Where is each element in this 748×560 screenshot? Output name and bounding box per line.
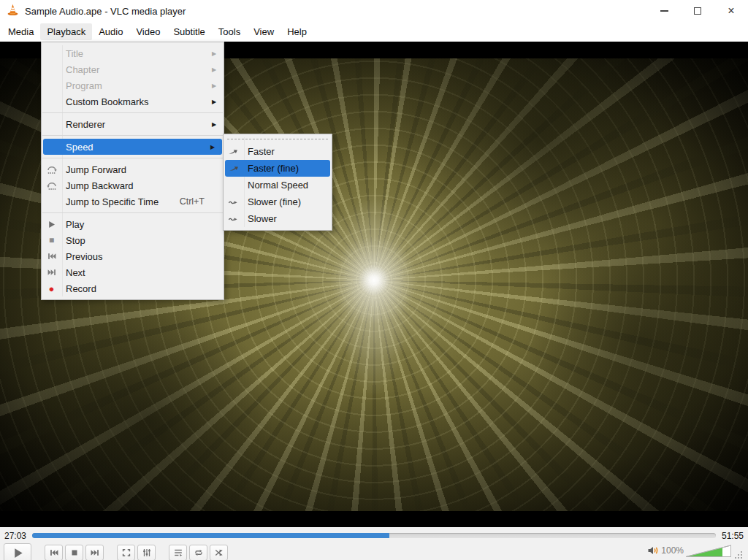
next-icon [90, 548, 100, 558]
jump-forward-icon [42, 164, 61, 175]
menuitem-program: Program ▶ [42, 77, 224, 93]
menu-media[interactable]: Media [1, 23, 40, 40]
play-icon [42, 220, 61, 229]
stop-icon [69, 548, 80, 558]
menuitem-jump-forward[interactable]: Jump Forward [42, 161, 224, 177]
shortcut-label: Ctrl+T [180, 196, 224, 207]
fullscreen-icon [121, 548, 131, 558]
menuitem-slower[interactable]: Slower [224, 210, 332, 227]
speaker-icon[interactable] [646, 545, 660, 559]
jump-backward-icon [42, 180, 61, 191]
resize-grip[interactable] [735, 549, 743, 560]
submenu-arrow-icon: ▶ [212, 50, 224, 57]
window-title: Sample Audio.ape - VLC media player [25, 6, 186, 17]
play-icon [12, 547, 24, 559]
previous-button[interactable] [45, 545, 63, 560]
menu-subtitle[interactable]: Subtitle [167, 23, 211, 40]
minimize-button[interactable] [647, 0, 681, 22]
shuffle-icon [214, 548, 224, 558]
submenu-arrow-icon: ▶ [212, 66, 224, 73]
menuitem-chapter: Chapter ▶ [42, 61, 224, 77]
menuitem-renderer[interactable]: Renderer ▶ [42, 116, 224, 132]
vlc-cone-icon [6, 3, 20, 20]
menuitem-slower-fine[interactable]: Slower (fine) [224, 193, 332, 210]
faster-icon [224, 146, 243, 157]
menuitem-next[interactable]: Next [42, 264, 224, 280]
minimize-icon [660, 10, 668, 12]
previous-icon [42, 251, 61, 261]
menuitem-faster[interactable]: Faster [224, 143, 332, 160]
random-button[interactable] [210, 545, 228, 560]
menu-view[interactable]: View [247, 23, 280, 40]
menuitem-jump-backward[interactable]: Jump Backward [42, 177, 224, 193]
vlc-window: Sample Audio.ape - VLC media player × Me… [0, 0, 748, 560]
menuitem-speed[interactable]: Speed ▶ [43, 139, 222, 155]
volume-slider[interactable] [685, 545, 732, 560]
tear-off-handle[interactable] [227, 139, 328, 139]
slower-icon [224, 213, 243, 224]
menu-separator [42, 112, 223, 113]
menu-separator [42, 158, 223, 158]
menuitem-normal-speed[interactable]: Normal Speed [224, 177, 332, 193]
loop-button[interactable] [189, 545, 207, 560]
record-icon: ● [42, 283, 61, 294]
submenu-arrow-icon: ▶ [210, 144, 222, 150]
playlist-button[interactable] [169, 545, 187, 560]
volume-percent-label: 100% [661, 545, 684, 556]
menuitem-previous[interactable]: Previous [42, 248, 224, 264]
menu-separator [42, 135, 223, 136]
equalizer-icon [142, 548, 152, 558]
menuitem-play[interactable]: Play [42, 216, 224, 232]
submenu-arrow-icon: ▶ [212, 83, 224, 89]
menu-help[interactable]: Help [280, 23, 313, 40]
next-icon [42, 267, 61, 277]
faster-icon [225, 163, 243, 174]
loop-icon [194, 548, 204, 558]
elapsed-time: 27:03 [4, 531, 26, 541]
menu-playback[interactable]: Playback [40, 23, 92, 40]
menuitem-faster-fine[interactable]: Faster (fine) [225, 160, 330, 177]
submenu-arrow-icon: ▶ [212, 121, 224, 128]
duration-time: 51:55 [722, 531, 744, 541]
menu-separator [42, 212, 223, 213]
extended-settings-button[interactable] [137, 545, 156, 560]
speed-submenu: Faster Faster (fine) Normal Speed Slower… [223, 134, 332, 231]
bottom-bar: 27:03 51:55 [0, 527, 748, 560]
slower-icon [224, 196, 243, 207]
menuitem-title: Title ▶ [42, 45, 224, 61]
menuitem-stop[interactable]: ■ Stop [42, 232, 224, 248]
submenu-arrow-icon: ▶ [212, 99, 224, 105]
play-button[interactable] [4, 543, 31, 560]
seek-fill [32, 533, 389, 538]
close-button[interactable]: × [714, 0, 748, 22]
menuitem-custom-bookmarks[interactable]: Custom Bookmarks ▶ [42, 93, 224, 110]
close-icon: × [728, 5, 734, 17]
seek-bar[interactable] [32, 533, 716, 538]
next-button[interactable] [85, 545, 104, 560]
menuitem-jump-to-specific-time[interactable]: Jump to Specific Time Ctrl+T [42, 193, 224, 210]
playlist-icon [173, 548, 183, 558]
previous-icon [49, 548, 59, 558]
menu-tools[interactable]: Tools [212, 23, 247, 40]
menu-audio[interactable]: Audio [92, 23, 129, 40]
title-bar: Sample Audio.ape - VLC media player × [0, 0, 748, 22]
menuitem-record[interactable]: ● Record [42, 280, 224, 296]
menu-bar: Media Playback Audio Video Subtitle Tool… [0, 22, 748, 42]
stop-icon: ■ [42, 235, 61, 245]
maximize-button[interactable] [681, 0, 714, 22]
menu-video[interactable]: Video [129, 23, 167, 40]
maximize-icon [694, 7, 701, 15]
stop-button[interactable] [65, 545, 83, 560]
fullscreen-button[interactable] [117, 545, 135, 560]
playback-menu: Title ▶ Chapter ▶ Program ▶ Custom Bookm… [41, 42, 224, 300]
